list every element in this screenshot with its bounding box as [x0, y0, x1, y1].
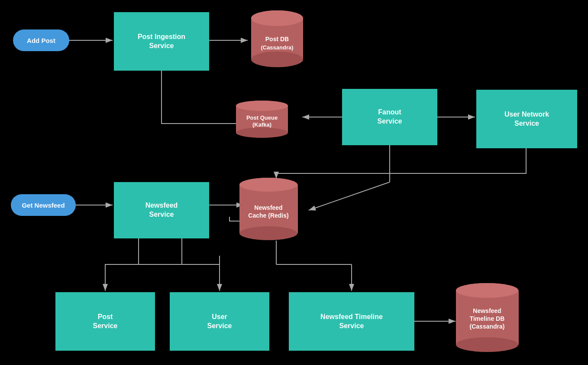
post-db-node: Post DB (Cassandra): [249, 9, 305, 69]
user-service-node: UserService: [170, 292, 269, 351]
svg-text:(Cassandra): (Cassandra): [470, 323, 505, 330]
svg-point-34: [456, 337, 518, 352]
diagram-container: Add Post Post IngestionService Post DB (…: [0, 0, 588, 365]
svg-text:(Kafka): (Kafka): [252, 121, 271, 128]
get-newsfeed-node: Get Newsfeed: [11, 194, 76, 216]
post-ingestion-label: Post IngestionService: [138, 33, 185, 51]
svg-point-35: [456, 283, 518, 298]
newsfeed-timeline-service-node: Newsfeed TimelineService: [289, 292, 414, 351]
user-network-label: User NetworkService: [504, 110, 549, 128]
svg-point-17: [251, 10, 303, 26]
svg-point-28: [239, 226, 297, 240]
post-queue-node: Post Queue (Kafka): [234, 100, 290, 139]
newsfeed-service-node: NewsfeedService: [114, 182, 209, 238]
get-newsfeed-label: Get Newsfeed: [22, 202, 65, 209]
svg-point-16: [251, 52, 303, 67]
svg-text:Post DB: Post DB: [265, 36, 289, 42]
user-service-label: UserService: [207, 313, 232, 331]
svg-text:Newsfeed: Newsfeed: [254, 204, 282, 211]
newsfeed-cache-node: Newsfeed Cache (Redis): [237, 177, 300, 241]
fanout-label: FanoutService: [378, 108, 402, 126]
newsfeed-timeline-label: Newsfeed TimelineService: [320, 313, 383, 331]
svg-point-23: [236, 101, 288, 111]
add-post-label: Add Post: [27, 37, 55, 44]
post-ingestion-service-node: Post IngestionService: [114, 12, 209, 71]
newsfeed-service-label: NewsfeedService: [145, 201, 178, 219]
add-post-node: Add Post: [13, 29, 69, 51]
newsfeed-timeline-db-node: Newsfeed Timeline DB (Cassandra): [454, 282, 521, 353]
svg-line-7: [309, 182, 390, 210]
svg-text:Cache (Redis): Cache (Redis): [248, 212, 288, 219]
svg-point-29: [239, 178, 297, 192]
svg-text:(Cassandra): (Cassandra): [261, 44, 293, 51]
svg-text:Post Queue: Post Queue: [246, 114, 278, 121]
user-network-service-node: User NetworkService: [476, 90, 577, 148]
svg-point-22: [236, 127, 288, 138]
svg-text:Newsfeed: Newsfeed: [473, 307, 501, 314]
svg-text:Timeline DB: Timeline DB: [470, 315, 505, 322]
post-service-label: PostService: [93, 313, 118, 331]
fanout-service-node: FanoutService: [342, 89, 437, 145]
post-service-node: PostService: [55, 292, 155, 351]
